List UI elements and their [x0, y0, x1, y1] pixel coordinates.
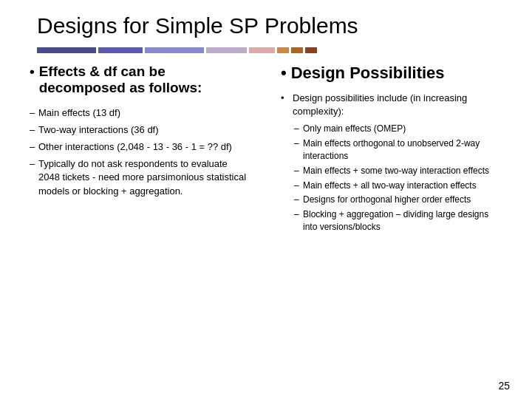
content-area: • Effects & df can be decomposed as foll…: [0, 64, 532, 236]
left-bullet-dot: •: [30, 64, 35, 80]
list-item: Typically do not ask respondents to eval…: [30, 157, 251, 200]
bar-seg-7: [206, 47, 247, 53]
bar-seg-1: [37, 47, 96, 53]
right-bullet-dot: •: [281, 64, 287, 83]
list-item: Only main effects (OMEP): [288, 123, 502, 135]
list-item: Other interactions (2,048 - 13 - 36 - 1 …: [30, 140, 251, 154]
right-sub-bullets: Only main effects (OMEP) Main effects or…: [281, 123, 502, 233]
color-bar: [37, 47, 495, 53]
slide-title: Designs for Simple SP Problems: [37, 13, 495, 38]
bar-seg-9: [249, 47, 275, 53]
title-area: Designs for Simple SP Problems: [0, 0, 532, 43]
right-col-heading: Design Possibilities: [291, 64, 445, 83]
list-item: Designs for orthogonal higher order effe…: [288, 194, 502, 206]
list-item: Main effects + some two-way interaction …: [288, 165, 502, 177]
left-col-heading: Effects & df can be decomposed as follow…: [39, 64, 251, 96]
slide: Designs for Simple SP Problems • Effects…: [0, 0, 532, 399]
left-bullets: Main effects (13 df) Two-way interaction…: [30, 106, 251, 199]
left-column: • Effects & df can be decomposed as foll…: [30, 64, 259, 236]
bar-seg-5: [145, 47, 204, 53]
bar-seg-3: [98, 47, 143, 53]
right-column: • Design Possibilities Design possibilit…: [273, 64, 502, 236]
page-number: 25: [498, 380, 510, 392]
bar-seg-15: [305, 47, 317, 53]
list-item: Main effects + all two-way interaction e…: [288, 180, 502, 192]
list-item: Blocking + aggregation – dividing large …: [288, 208, 502, 233]
bar-seg-13: [291, 47, 303, 53]
list-item: Main effects (13 df): [30, 106, 251, 120]
list-item: Main effects orthogonal to unobserved 2-…: [288, 137, 502, 163]
list-item: Two-way interactions (36 df): [30, 123, 251, 137]
right-intro: Design possibilities include (in increas…: [281, 92, 502, 118]
bar-seg-11: [277, 47, 289, 53]
